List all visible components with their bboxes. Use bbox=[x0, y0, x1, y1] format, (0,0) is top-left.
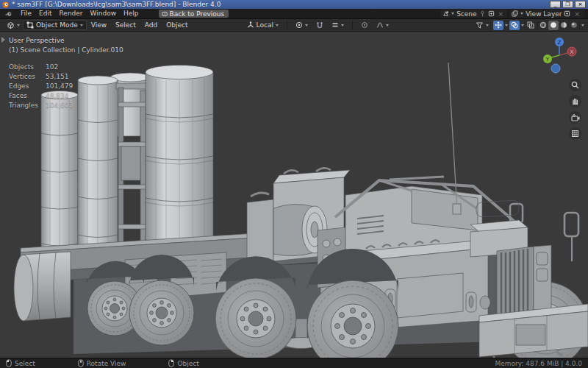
view-layer-icon bbox=[512, 10, 518, 17]
mouse-right-icon bbox=[168, 359, 174, 367]
hand-icon bbox=[571, 97, 579, 105]
remove-view-layer-icon[interactable]: × bbox=[573, 10, 581, 18]
menu-help[interactable]: Help bbox=[120, 9, 143, 18]
hint-object: Object bbox=[168, 359, 198, 367]
svg-text:Z: Z bbox=[558, 40, 562, 46]
object-visibility-filter[interactable] bbox=[473, 21, 492, 30]
camera-view-button[interactable] bbox=[569, 111, 581, 124]
toolbar-expand-arrow[interactable] bbox=[1, 37, 5, 43]
canister-left[interactable] bbox=[41, 91, 78, 271]
chevron-down-icon bbox=[451, 13, 454, 15]
magnifier-icon bbox=[571, 81, 579, 89]
shading-rendered-button[interactable] bbox=[569, 21, 579, 30]
unlink-scene-icon[interactable]: × bbox=[497, 10, 506, 18]
blender-app-icon[interactable] bbox=[4, 11, 12, 17]
pin-icon[interactable] bbox=[479, 10, 486, 17]
chevron-down-icon bbox=[305, 24, 308, 26]
mouse-left-icon bbox=[6, 359, 12, 367]
navigation-gizmo[interactable]: Z Y X bbox=[539, 35, 579, 74]
menu-file[interactable]: File bbox=[17, 9, 35, 18]
menubar: File Edit Render Window Help Back to Pre… bbox=[0, 9, 588, 18]
shading-wireframe-button[interactable] bbox=[538, 21, 548, 30]
stat-triangles: Triangles104,603 bbox=[9, 101, 123, 110]
shading-dropdown-icon[interactable] bbox=[581, 24, 584, 26]
menu-render[interactable]: Render bbox=[56, 9, 87, 18]
perspective-toggle-button[interactable] bbox=[569, 127, 581, 140]
chevron-down-icon bbox=[486, 24, 489, 26]
snap-settings[interactable] bbox=[329, 21, 347, 29]
restore-button[interactable]: ❐ bbox=[562, 1, 573, 8]
snap-with-icon bbox=[331, 21, 339, 29]
axis-neg-z-ball[interactable] bbox=[551, 64, 560, 73]
gizmo-dropdown-icon[interactable] bbox=[505, 24, 508, 26]
shading-mode-group bbox=[537, 21, 580, 30]
menu-select[interactable]: Select bbox=[111, 19, 140, 31]
svg-text:Y: Y bbox=[545, 57, 550, 63]
proportional-falloff-selector[interactable] bbox=[373, 21, 392, 29]
view-perspective-label: User Perspective bbox=[9, 36, 123, 46]
3d-viewport[interactable]: User Perspective (1) Scene Collection | … bbox=[0, 31, 588, 358]
overlays-dropdown-icon[interactable] bbox=[521, 24, 524, 26]
blender-window: * sam3FF [G:\Downloads\lcg\sam3\sam3FF.b… bbox=[0, 0, 588, 368]
chevron-down-icon bbox=[17, 24, 20, 26]
statusbar: Select Rotate View Object Memory: 487.6 … bbox=[0, 358, 588, 368]
minimize-button[interactable]: _ bbox=[550, 1, 561, 8]
svg-text:X: X bbox=[570, 49, 574, 55]
window-title: * sam3FF [G:\Downloads\lcg\sam3\sam3FF.b… bbox=[12, 1, 220, 9]
mode-selector[interactable]: Object Mode bbox=[23, 20, 87, 30]
camera-icon bbox=[571, 114, 580, 121]
overlays-icon bbox=[511, 21, 518, 29]
xray-icon bbox=[527, 21, 534, 29]
menu-window[interactable]: Window bbox=[87, 9, 121, 18]
filter-icon bbox=[476, 21, 484, 29]
viewport-overlay: User Perspective (1) Scene Collection | … bbox=[9, 36, 123, 110]
back-screen-icon bbox=[162, 11, 168, 17]
rear-fuel-tank[interactable] bbox=[14, 252, 71, 321]
wireframe-sphere-icon bbox=[539, 21, 547, 29]
close-button[interactable]: × bbox=[575, 1, 586, 8]
view-layer-selector[interactable]: View Layer × bbox=[509, 10, 584, 18]
blender-logo-icon bbox=[2, 1, 9, 8]
editor-type-selector[interactable] bbox=[4, 21, 23, 30]
xray-toggle[interactable] bbox=[526, 21, 536, 30]
ortho-grid-icon bbox=[571, 130, 579, 138]
shading-solid-button[interactable] bbox=[548, 21, 559, 30]
scene-selector[interactable]: Scene × bbox=[440, 10, 507, 18]
viewport-editor-icon bbox=[7, 21, 15, 29]
zoom-button[interactable] bbox=[569, 79, 581, 91]
viewport-header: Object Mode View Select Add Object Local bbox=[0, 18, 588, 31]
stat-edges: Edges101,479 bbox=[9, 82, 123, 91]
pivot-point-selector[interactable] bbox=[293, 21, 311, 29]
chevron-down-icon bbox=[341, 24, 344, 26]
stat-objects: Objects102 bbox=[9, 63, 123, 72]
stat-vertices: Vertices53,151 bbox=[9, 72, 123, 82]
orientation-local-icon bbox=[247, 21, 254, 29]
material-sphere-icon bbox=[560, 21, 567, 29]
snap-toggle[interactable] bbox=[313, 21, 326, 29]
menu-object[interactable]: Object bbox=[162, 19, 192, 31]
transform-orientation-selector[interactable]: Local bbox=[244, 21, 282, 29]
shading-material-button[interactable] bbox=[559, 21, 569, 30]
wheel-2[interactable] bbox=[129, 255, 194, 345]
chevron-down-icon bbox=[276, 24, 279, 26]
show-overlays-toggle[interactable] bbox=[509, 21, 520, 30]
back-to-previous-button[interactable]: Back to Previous bbox=[159, 10, 229, 18]
scene-icon bbox=[442, 10, 449, 17]
rendered-sphere-icon bbox=[570, 21, 578, 29]
proportional-editing-toggle[interactable] bbox=[358, 21, 371, 29]
wheel-3[interactable] bbox=[215, 256, 296, 358]
pan-button[interactable] bbox=[569, 95, 581, 107]
new-view-layer-icon[interactable] bbox=[564, 10, 570, 17]
wheel-4[interactable] bbox=[307, 249, 398, 358]
titlebar[interactable]: * sam3FF [G:\Downloads\lcg\sam3\sam3FF.b… bbox=[0, 0, 588, 9]
chevron-down-icon bbox=[386, 24, 389, 26]
menu-view[interactable]: View bbox=[87, 19, 111, 31]
menu-edit[interactable]: Edit bbox=[35, 9, 55, 18]
proportional-icon bbox=[361, 21, 368, 29]
menu-add[interactable]: Add bbox=[140, 19, 162, 31]
new-scene-icon[interactable] bbox=[488, 10, 495, 17]
solid-sphere-icon bbox=[550, 21, 557, 29]
chevron-down-icon bbox=[520, 13, 523, 15]
hint-select: Select bbox=[6, 359, 35, 367]
show-gizmo-toggle[interactable] bbox=[493, 21, 503, 30]
